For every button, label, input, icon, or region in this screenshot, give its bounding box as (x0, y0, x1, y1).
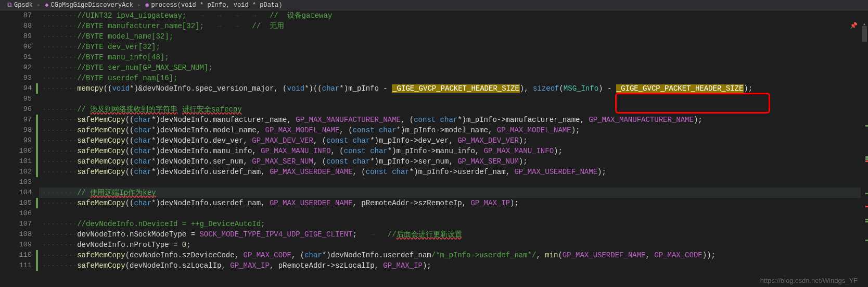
overview-marker (865, 158, 868, 160)
overview-marker (865, 156, 868, 158)
code-line[interactable]: ········safeMemCopy((char*)devNodeInfo.u… (39, 167, 868, 177)
line-number: 96 (0, 104, 39, 115)
code-line[interactable]: ········safeMemCopy((char*)devNodeInfo.u… (39, 198, 868, 208)
file-icon: ⧉ (7, 2, 12, 9)
code-line[interactable]: ········//BYTE model_name[32]; (39, 31, 868, 42)
line-number: 94 (0, 83, 39, 94)
overview-ruler (862, 21, 868, 287)
code-line[interactable] (39, 94, 868, 104)
code-line[interactable]: ········safeMemCopy(devNodeInfo.szLocalI… (39, 260, 868, 271)
line-number: 100 (0, 146, 39, 156)
code-line[interactable]: ········//devNodeInfo.nDeviceId = ++g_De… (39, 219, 868, 229)
line-number: 106 (0, 208, 39, 219)
code-line-active[interactable]: ········// 使用远端Ip作为key (39, 188, 868, 198)
code-line[interactable]: ········safeMemCopy((char*)devNodeInfo.m… (39, 115, 868, 125)
line-number: 99 (0, 135, 39, 146)
code-line[interactable]: ········//BYTE manu_info[48]; (39, 52, 868, 63)
line-number: 92 (0, 63, 39, 73)
line-number: 107 (0, 219, 39, 229)
line-number: 109 (0, 240, 39, 250)
highlight-match: _GIGE_GVCP_PACKET_HEADER_SIZE (392, 84, 520, 93)
line-number: 105 (0, 198, 39, 208)
line-number: 91 (0, 52, 39, 63)
line-number: 101 (0, 156, 39, 167)
line-number: 93 (0, 73, 39, 83)
overview-marker (865, 240, 868, 241)
overview-marker (865, 221, 868, 222)
breadcrumb-file[interactable]: ⧉ Gpsdk (4, 2, 36, 9)
breadcrumb-class[interactable]: ◆ CGpMsgGigeDiscoveryAck (42, 1, 136, 9)
line-number: 111 (0, 260, 39, 271)
line-number: 104 (0, 188, 39, 198)
line-number: 95 (0, 94, 39, 104)
pin-icon[interactable]: 📌 (850, 22, 858, 30)
class-icon: ◆ (45, 1, 48, 9)
overview-marker (865, 125, 868, 127)
watermark: https://blog.csdn.net/Windgs_YF (760, 277, 858, 284)
code-line[interactable]: ········// 涉及到网络接收到的字符串 进行安全safecpy (39, 104, 868, 115)
line-number: 90 (0, 42, 39, 52)
breadcrumb-sep: ▸ (136, 1, 142, 9)
breadcrumb-class-label: CGpMsgGigeDiscoveryAck (50, 2, 133, 9)
code-line[interactable]: ········safeMemCopy((char*)devNodeInfo.d… (39, 135, 868, 146)
line-number: 97 (0, 115, 39, 125)
code-line[interactable]: ········//BYTE ser_num[GP_MAX_SER_NUM]; (39, 63, 868, 73)
breadcrumb-file-label: Gpsdk (14, 2, 33, 9)
code-line[interactable]: ········safeMemCopy(devNodeInfo.szDevice… (39, 250, 868, 260)
line-number: 87 (0, 10, 39, 21)
code-line[interactable]: ········//UINT32 ipv4_uipgateway; → → → … (39, 10, 868, 21)
line-number: 98 (0, 125, 39, 135)
overview-marker (865, 193, 868, 194)
code-line[interactable]: ········memcpy((void*)&devNodeInfo.spec_… (39, 83, 868, 94)
line-number: 89 (0, 31, 39, 42)
line-number: 103 (0, 177, 39, 188)
code-line[interactable] (39, 177, 868, 188)
breadcrumb-bar: ⧉ Gpsdk ▸ ◆ CGpMsgGigeDiscoveryAck ▸ ◉ p… (0, 0, 868, 10)
code-line[interactable]: ········safeMemCopy((char*)devNodeInfo.s… (39, 156, 868, 167)
code-line[interactable]: ········devNodeInfo.nSockModeType = SOCK… (39, 229, 868, 240)
highlight-match: _GIGE_GVCP_PACKET_HEADER_SIZE (616, 84, 744, 93)
line-number: 110 (0, 250, 39, 260)
code-line[interactable] (39, 208, 868, 219)
line-number-gutter: 87 88 89 90 91 92 93 94 95 96 97 98 99 1… (0, 10, 39, 287)
overview-marker (865, 206, 868, 207)
code-line[interactable]: ········safeMemCopy((char*)devNodeInfo.m… (39, 146, 868, 156)
line-number: 108 (0, 229, 39, 240)
overview-marker (865, 160, 868, 162)
overview-marker (865, 219, 868, 220)
code-line[interactable]: ········devNodeInfo.nProtType = 0; (39, 240, 868, 250)
line-number: 102 (0, 167, 39, 177)
breadcrumb-func[interactable]: ◉ process(void * pInfo, void * pData) (142, 1, 285, 9)
breadcrumb-sep: ▸ (36, 1, 42, 9)
code-line[interactable]: ········//BYTE userdef_nam[16]; (39, 73, 868, 83)
code-content[interactable]: ········//UINT32 ipv4_uipgateway; → → → … (39, 10, 868, 287)
code-line[interactable]: ········//BYTE manufacturer_name[32]; → … (39, 21, 868, 31)
code-line[interactable]: ········//BYTE dev_ver[32]; (39, 42, 868, 52)
line-number: 88 (0, 21, 39, 31)
method-icon: ◉ (145, 1, 149, 9)
code-editor[interactable]: 87 88 89 90 91 92 93 94 95 96 97 98 99 1… (0, 10, 868, 287)
breadcrumb-func-label: process(void * pInfo, void * pData) (151, 2, 282, 9)
code-line[interactable]: ········safeMemCopy((char*)devNodeInfo.m… (39, 125, 868, 135)
